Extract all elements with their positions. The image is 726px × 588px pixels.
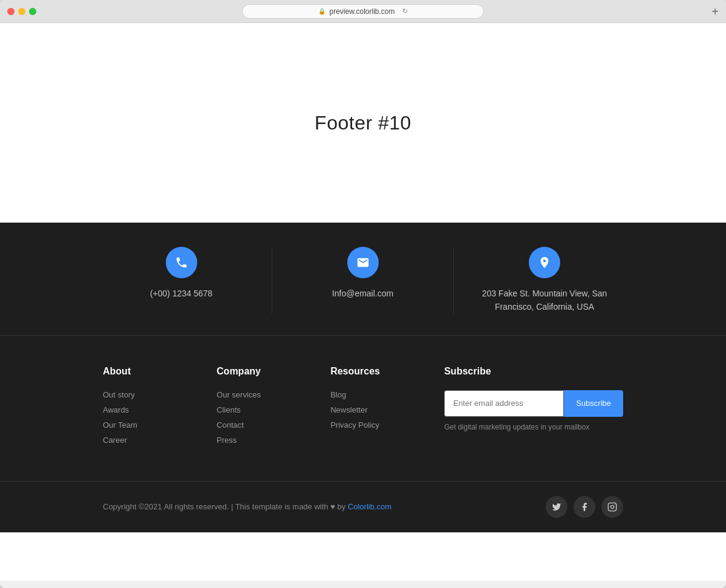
address-bar[interactable]: 🔒 preview.colorlib.com ↻ — [242, 4, 484, 19]
resources-link-0[interactable]: Blog — [330, 390, 444, 399]
about-link-2[interactable]: Our Team — [103, 420, 217, 430]
facebook-icon[interactable] — [574, 496, 595, 518]
address-text: 203 Fake St. Mountain View, San Francisc… — [472, 287, 617, 314]
url-text: preview.colorlib.com — [329, 7, 394, 16]
email-text: Info@email.com — [332, 287, 393, 300]
about-link-0[interactable]: Out story — [103, 390, 217, 399]
contact-email: Info@email.com — [272, 247, 454, 314]
phone-text: (+00) 1234 5678 — [150, 287, 212, 300]
copyright-static: Copyright ©2021 All rights reserved. | T… — [103, 502, 345, 511]
copyright-text: Copyright ©2021 All rights reserved. | T… — [103, 502, 391, 511]
company-link-2[interactable]: Contact — [217, 420, 330, 430]
subscribe-note: Get digital marketing updates in your ma… — [444, 423, 623, 431]
minimize-button[interactable] — [18, 8, 25, 15]
browser-titlebar: 🔒 preview.colorlib.com ↻ + — [0, 0, 726, 23]
about-link-1[interactable]: Awards — [103, 405, 217, 414]
subscribe-button[interactable]: Subscribe — [564, 390, 623, 417]
new-tab-button[interactable]: + — [711, 5, 719, 18]
resources-link-1[interactable]: Newsletter — [330, 405, 444, 414]
email-icon — [356, 256, 370, 269]
contact-bar: (+00) 1234 5678 Info@email.com — [0, 223, 726, 336]
social-icons — [546, 496, 623, 518]
email-input[interactable] — [444, 390, 564, 417]
company-link-0[interactable]: Our services — [217, 390, 330, 399]
svg-rect-0 — [608, 503, 616, 511]
colorlib-link[interactable]: Colorlib.com — [348, 502, 391, 511]
page-title: Footer #10 — [315, 112, 411, 134]
email-icon-circle — [347, 247, 379, 278]
close-button[interactable] — [7, 8, 15, 15]
about-column: About Out story Awards Our Team Career — [103, 366, 217, 451]
window-controls — [7, 8, 36, 15]
resources-link-2[interactable]: Privacy Policy — [330, 420, 444, 430]
company-link-3[interactable]: Press — [217, 436, 330, 445]
subscribe-form: Subscribe — [444, 390, 623, 417]
maximize-button[interactable] — [29, 8, 36, 15]
browser-window: 🔒 preview.colorlib.com ↻ + Footer #10 — [0, 0, 726, 588]
resources-title: Resources — [330, 366, 444, 377]
hero-area: Footer #10 — [0, 23, 726, 223]
phone-icon-circle — [166, 247, 197, 278]
footer-links-area: About Out story Awards Our Team Career C… — [0, 336, 726, 481]
about-title: About — [103, 366, 217, 377]
company-title: Company — [217, 366, 330, 377]
subscribe-column: Subscribe Subscribe Get digital marketin… — [444, 366, 623, 451]
location-icon — [538, 256, 551, 269]
after-footer — [0, 532, 726, 581]
contact-address: 203 Fake St. Mountain View, San Francisc… — [454, 247, 635, 314]
company-column: Company Our services Clients Contact Pre… — [217, 366, 330, 451]
refresh-icon[interactable]: ↻ — [402, 7, 408, 15]
location-icon-circle — [529, 247, 560, 278]
twitter-icon[interactable] — [546, 496, 567, 518]
subscribe-title: Subscribe — [444, 366, 623, 377]
footer-bottom: Copyright ©2021 All rights reserved. | T… — [0, 481, 726, 532]
phone-icon — [175, 256, 188, 269]
about-link-3[interactable]: Career — [103, 436, 217, 445]
instagram-icon[interactable] — [601, 496, 623, 518]
page-content: Footer #10 (+00) 1234 5678 — [0, 23, 726, 581]
footer: (+00) 1234 5678 Info@email.com — [0, 223, 726, 532]
company-link-1[interactable]: Clients — [217, 405, 330, 414]
lock-icon: 🔒 — [318, 8, 325, 15]
resources-column: Resources Blog Newsletter Privacy Policy — [330, 366, 444, 451]
contact-phone: (+00) 1234 5678 — [91, 247, 272, 314]
